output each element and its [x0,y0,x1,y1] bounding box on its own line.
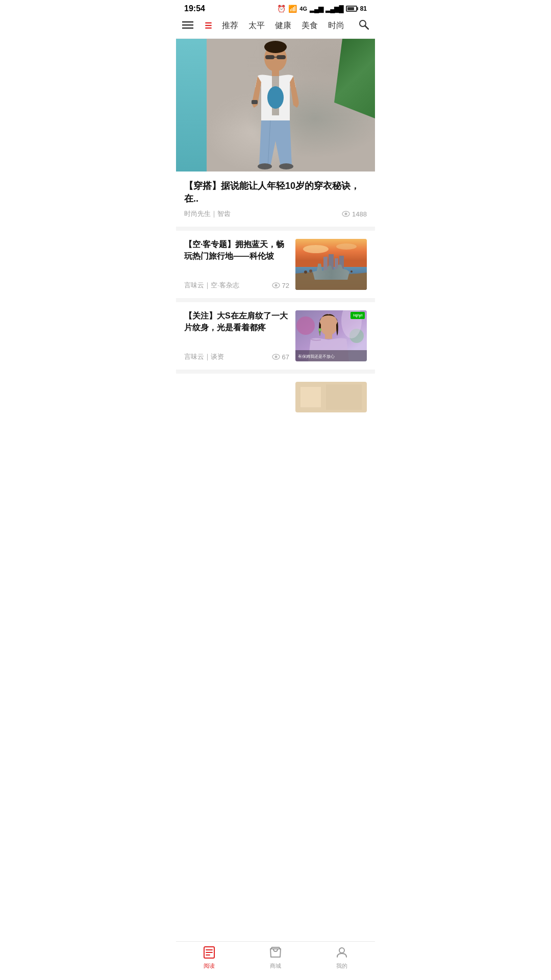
article-3-view-count: 67 [282,353,289,361]
menu-icon[interactable] [182,18,197,34]
svg-point-17 [345,213,347,215]
svg-point-14 [258,163,272,169]
views-icon [342,211,350,217]
tab-health[interactable]: 太平 [243,18,270,33]
views-icon-2 [272,282,280,288]
wifi-icon: 📶 [288,5,297,13]
svg-rect-38 [325,334,332,339]
partial-image [295,382,367,412]
svg-text:有保姆我还是不放心: 有保姆我还是不放心 [298,354,335,359]
svg-rect-47 [326,384,362,410]
person-figure [230,39,321,172]
svg-rect-26 [335,258,338,273]
svg-rect-24 [323,257,328,273]
svg-point-21 [303,245,329,253]
travel-article-card[interactable]: 【空·客专题】拥抱蓝天，畅玩热门旅行地——科伦坡 言味云｜空·客杂志 72 [176,231,375,302]
tab-recommend[interactable]: ☰ [199,19,217,33]
status-icons: ⏰ 📶 4G ▂▄▆ ▂▄▆█ 81 [277,5,367,13]
svg-point-29 [309,270,312,273]
article-1-view-count: 1488 [352,210,367,218]
alarm-icon: ⏰ [277,5,286,13]
svg-rect-10 [272,68,279,76]
svg-point-19 [274,284,277,287]
svg-text:iqiyi: iqiyi [352,313,360,318]
svg-point-9 [264,41,287,53]
article-3-title: 【关注】大S在左肩纹了一大片纹身，光是看着都疼 [184,310,289,333]
svg-point-34 [296,316,315,335]
navigation-bar: ☰ 推荐 太平 健康 美食 时尚 [176,15,375,39]
tattoo-article-content: 【关注】大S在左肩纹了一大片纹身，光是看着都疼 言味云｜谈资 67 [184,310,289,361]
article-2-views: 72 [272,282,289,289]
signal-icon: ▂▄▆ [310,5,323,13]
article-3-meta: 言味云｜谈资 67 [184,352,289,361]
svg-rect-25 [329,254,334,273]
tab-taiping[interactable]: 推荐 [217,18,243,33]
tattoo-article-image: 有保姆我还是不放心 iqiyi [295,310,367,361]
svg-point-32 [274,356,277,358]
article-2-title: 【空·客专题】拥抱蓝天，畅玩热门旅行地——科伦坡 [184,239,289,262]
tab-craft[interactable]: 时尚 [323,18,349,33]
tab-food[interactable]: 健康 [270,18,296,33]
svg-rect-12 [252,100,258,104]
hero-article[interactable]: 【穿搭】据说能让人年轻10岁的穿衣秘诀，在.. 时尚先生｜智齿 1488 [176,39,375,231]
svg-point-22 [336,243,357,250]
status-time: 19:54 [184,4,205,13]
svg-point-39 [318,328,321,331]
svg-point-11 [267,86,284,109]
network-type: 4G [299,6,307,12]
pool-element [176,39,207,172]
svg-rect-6 [265,55,274,59]
tab-fashion[interactable]: 美食 [296,18,323,33]
battery-indicator: 81 [346,5,367,12]
nav-tabs: ☰ 推荐 太平 健康 美食 时尚 [199,18,353,33]
signal-icon-2: ▂▄▆█ [325,5,343,13]
article-2-meta: 言味云｜空·客杂志 72 [184,281,289,290]
hero-image [176,39,375,172]
article-1-title: 【穿搭】据说能让人年轻10岁的穿衣秘诀，在.. [184,180,367,205]
search-icon[interactable] [355,17,369,34]
main-content: 【穿搭】据说能让人年轻10岁的穿衣秘诀，在.. 时尚先生｜智齿 1488 【空·… [176,39,375,461]
travel-article-content: 【空·客专题】拥抱蓝天，畅玩热门旅行地——科伦坡 言味云｜空·客杂志 72 [184,239,289,290]
article-2-view-count: 72 [282,282,289,289]
svg-point-30 [350,271,353,273]
views-icon-3 [272,354,280,360]
article-2-source: 言味云｜空·客杂志 [184,281,239,290]
article-3-views: 67 [272,353,289,361]
partial-article-card [176,374,375,421]
tattoo-image-inner: 有保姆我还是不放心 iqiyi [295,310,367,361]
svg-point-28 [304,271,307,274]
article-1-source: 时尚先生｜智齿 [184,209,231,218]
tattoo-article-card[interactable]: 【关注】大S在左肩纹了一大片纹身，光是看着都疼 言味云｜谈资 67 [176,302,375,374]
status-bar: 19:54 ⏰ 📶 4G ▂▄▆ ▂▄▆█ 81 [176,0,375,15]
travel-article-image [295,239,367,290]
battery-level: 81 [360,5,367,12]
svg-line-4 [365,26,369,30]
svg-rect-27 [339,256,344,273]
svg-rect-7 [277,55,286,59]
svg-point-15 [279,163,293,169]
article-3-source: 言味云｜谈资 [184,352,224,361]
svg-rect-46 [300,387,321,407]
article-1-views: 1488 [342,210,367,218]
hero-article-text: 【穿搭】据说能让人年轻10岁的穿衣秘诀，在.. 时尚先生｜智齿 1488 [176,172,375,231]
travel-image-inner [295,239,367,290]
article-1-meta: 时尚先生｜智齿 1488 [184,209,367,218]
